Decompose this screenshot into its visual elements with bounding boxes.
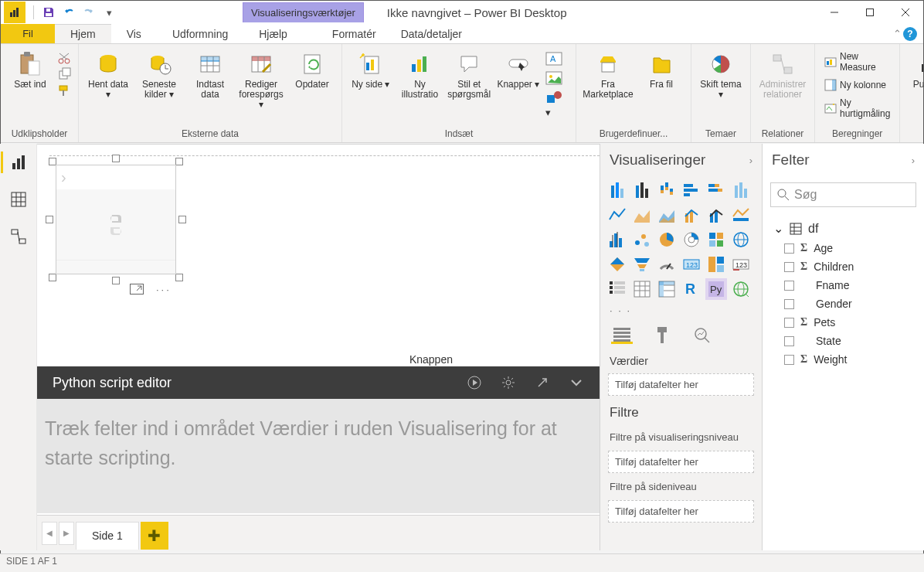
viz-type-19[interactable]: [631, 254, 653, 275]
help-icon[interactable]: ?: [903, 27, 917, 41]
tab-data[interactable]: Data/detaljer: [389, 24, 474, 43]
enter-data-button[interactable]: Indtast data: [187, 47, 233, 100]
new-visual-button[interactable]: Ny illustratio: [398, 47, 443, 100]
viz-type-22[interactable]: [705, 254, 727, 275]
field-children[interactable]: ΣChildren: [767, 257, 919, 276]
viz-type-16[interactable]: [705, 229, 727, 250]
viz-type-15[interactable]: [681, 229, 702, 250]
shapes-icon[interactable]: ▾: [545, 90, 569, 118]
redo-icon[interactable]: [80, 4, 97, 21]
viz-type-1[interactable]: [631, 179, 653, 201]
publish-button[interactable]: Publicer: [906, 47, 924, 90]
image-icon[interactable]: [545, 71, 569, 87]
collapse-ribbon-icon[interactable]: ⌃: [893, 28, 902, 39]
filter-viz-drop-zone[interactable]: Tilføj datafelter her: [608, 451, 754, 473]
undo-icon[interactable]: [60, 4, 77, 21]
viz-type-10[interactable]: [705, 204, 727, 226]
field-pets[interactable]: ΣPets: [767, 313, 919, 332]
script-collapse-icon[interactable]: [569, 375, 584, 390]
viz-type-29[interactable]: [730, 278, 752, 300]
refresh-button[interactable]: Opdater: [289, 47, 335, 90]
viz-type-17[interactable]: [730, 229, 752, 250]
recent-sources-button[interactable]: Seneste kilder ▾: [136, 47, 182, 100]
viz-type-23[interactable]: 123: [730, 254, 752, 275]
new-measure-button[interactable]: New Measure: [821, 49, 893, 75]
collapse-pane-icon[interactable]: ›: [749, 155, 752, 166]
values-drop-zone[interactable]: Tilføj datafelter her: [608, 373, 754, 396]
viz-type-6[interactable]: [606, 204, 628, 226]
page-next-button[interactable]: ▶: [59, 522, 74, 545]
close-button[interactable]: [888, 1, 923, 24]
viz-type-24[interactable]: [606, 278, 628, 300]
new-page-button[interactable]: Ny side ▾: [348, 47, 393, 90]
viz-type-0[interactable]: [606, 179, 628, 201]
add-page-button[interactable]: ✚: [141, 522, 168, 550]
marketplace-button[interactable]: Fra Marketplace: [583, 47, 634, 100]
maximize-button[interactable]: [852, 1, 888, 24]
viz-more-icon[interactable]: · · ·: [600, 303, 762, 322]
field-fname[interactable]: Fname: [767, 276, 919, 295]
field-gender[interactable]: Gender: [767, 295, 919, 313]
buttons-button[interactable]: Knapper ▾: [496, 47, 541, 90]
tab-view[interactable]: Vis: [111, 24, 157, 43]
collapse-fields-icon[interactable]: ›: [912, 155, 915, 166]
viz-format-tab-icon[interactable]: [651, 327, 673, 344]
fields-table-df[interactable]: ⌄ df: [767, 218, 919, 239]
viz-type-28[interactable]: Py: [705, 278, 727, 300]
script-settings-icon[interactable]: [501, 375, 516, 390]
script-editor-body[interactable]: Træk felter ind i området Værdier i rude…: [37, 399, 600, 513]
tab-help[interactable]: Hjælp: [243, 24, 303, 43]
viz-type-13[interactable]: [631, 229, 653, 250]
viz-type-5[interactable]: [730, 179, 752, 201]
script-popout-icon[interactable]: [535, 375, 550, 390]
filter-page-drop-zone[interactable]: Tilføj datafelter her: [608, 500, 754, 523]
viz-type-3[interactable]: [681, 179, 702, 201]
tab-format[interactable]: Formatér: [320, 24, 389, 43]
field-weight[interactable]: ΣWeight: [767, 350, 919, 369]
save-icon[interactable]: [40, 4, 57, 21]
quick-measure-button[interactable]: Ny hurtigmåling: [821, 95, 893, 121]
viz-type-12[interactable]: [606, 229, 628, 250]
viz-type-20[interactable]: [656, 254, 678, 275]
get-data-button[interactable]: Hent data ▾: [85, 47, 131, 100]
minimize-button[interactable]: [817, 1, 852, 24]
run-script-icon[interactable]: [467, 375, 482, 390]
from-file-button[interactable]: Fra fil: [638, 47, 685, 90]
viz-type-25[interactable]: [631, 278, 653, 300]
viz-type-21[interactable]: 123: [681, 254, 702, 275]
ask-question-button[interactable]: Stil et spørgsmål: [447, 47, 491, 100]
text-box-icon[interactable]: A: [545, 52, 569, 68]
data-view-icon[interactable]: [8, 189, 29, 210]
viz-type-26[interactable]: [656, 278, 678, 300]
viz-type-4[interactable]: [705, 179, 727, 201]
field-state[interactable]: State: [767, 332, 919, 350]
viz-type-8[interactable]: [656, 204, 678, 226]
switch-theme-button[interactable]: Skift tema ▾: [698, 47, 744, 100]
format-painter-icon[interactable]: [58, 84, 72, 99]
viz-type-27[interactable]: R: [681, 278, 702, 300]
copy-icon[interactable]: [58, 68, 72, 83]
manage-relationships-button[interactable]: Administrer relationer: [757, 47, 808, 100]
paste-button[interactable]: Sæt ind: [7, 47, 53, 90]
page-tab-1[interactable]: Side 1: [76, 522, 139, 550]
qat-customize-icon[interactable]: ▾: [100, 4, 117, 21]
viz-type-14[interactable]: [656, 229, 678, 250]
tab-home[interactable]: Hjem: [55, 24, 111, 43]
edit-queries-button[interactable]: Rediger forespørgs ▾: [238, 47, 284, 110]
visual-more-icon[interactable]: ···: [156, 284, 172, 297]
python-visual-container[interactable]: ›: [49, 158, 182, 281]
cut-icon[interactable]: [58, 52, 72, 66]
report-canvas[interactable]: › ··· Knappen Kør script Python script e…: [37, 144, 600, 550]
model-view-icon[interactable]: [8, 226, 29, 247]
viz-type-11[interactable]: [730, 204, 752, 226]
visual-focus-icon[interactable]: [130, 284, 144, 297]
viz-analytics-tab-icon[interactable]: [691, 327, 713, 344]
tab-modeling[interactable]: Udformning: [157, 24, 243, 43]
viz-type-9[interactable]: [681, 204, 702, 226]
viz-type-2[interactable]: [656, 179, 678, 201]
page-prev-button[interactable]: ◀: [42, 522, 57, 545]
tab-file[interactable]: Fil: [1, 24, 55, 43]
viz-fields-tab-icon[interactable]: [611, 327, 633, 344]
viz-type-7[interactable]: [631, 204, 653, 226]
viz-type-18[interactable]: [606, 254, 628, 275]
